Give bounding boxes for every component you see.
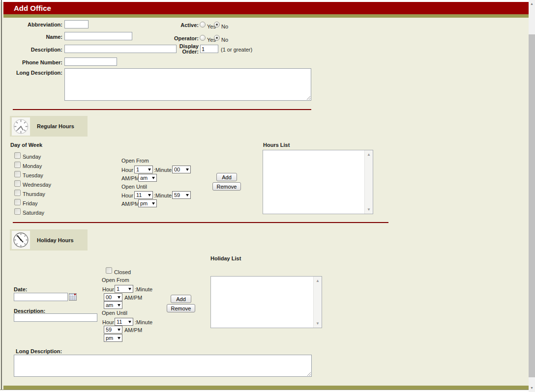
section-separator [13,222,388,223]
regular-from-ampm-select[interactable]: am [138,174,157,182]
scroll-up-icon[interactable]: ▲ [529,0,535,7]
hours-list[interactable]: ▲▼ [263,150,373,214]
regular-remove-button[interactable]: Remove [212,182,241,191]
scrollbar-thumb[interactable] [529,34,535,377]
long-description-label: Long Description: [3,70,62,76]
day-saturday-checkbox[interactable] [14,208,21,215]
regular-hours-section-title: Regular Hours [37,123,74,129]
add-office-page: { "window": { "title": "Add Office" }, "… [0,0,535,392]
day-monday-label: Monday [23,163,42,169]
regular-until-ampm-select[interactable]: pm [138,199,157,207]
abbreviation-input[interactable] [64,20,89,28]
description-label: Description: [3,47,62,53]
name-input[interactable] [64,32,132,40]
phone-number-input[interactable] [64,57,117,66]
active-no-radio[interactable] [214,22,220,28]
display-order-hint: (1 or greater) [221,47,252,53]
day-of-week-label: Day of Week [10,142,42,148]
holiday-until-ampm-select[interactable]: pm [104,334,122,342]
chevron-down-icon [118,337,120,339]
holiday-from-ampm-select[interactable]: am [104,301,122,309]
regular-from-minute-label: :Minute [154,167,172,173]
holiday-list[interactable]: ▲▼ [210,276,322,328]
day-monday-checkbox[interactable] [14,162,21,168]
chevron-down-icon [128,321,131,323]
day-friday-label: Friday [23,200,38,206]
chevron-down-icon [186,194,189,196]
scroll-down-icon[interactable]: ▼ [529,385,535,392]
holiday-remove-button[interactable]: Remove [167,304,195,312]
holiday-from-minute-label: :Minute [135,286,152,292]
chevron-down-icon [186,168,189,171]
holiday-until-minute-label: :Minute [135,319,152,325]
active-no-label: No [221,24,228,29]
date-input[interactable] [14,293,68,301]
left-frame-line [1,0,2,392]
regular-from-hour-label: Hour [121,167,133,173]
hours-list-label: Hours List [263,142,290,148]
holiday-from-hour-label: Hour [102,286,114,292]
holiday-until-hour-label: Hour [102,319,114,325]
day-wednesday-label: Wednesday [23,182,51,188]
holiday-add-button[interactable]: Add [171,295,191,303]
display-order-input[interactable] [200,45,218,53]
holiday-until-hour-select[interactable]: 11 [115,318,133,326]
regular-until-ampm-label: AM/PM [121,201,139,207]
chevron-down-icon [118,296,120,299]
scroll-up-icon[interactable]: ▲ [367,152,371,157]
list-scrollbar[interactable]: ▲▼ [313,277,322,328]
phone-number-label: Phone Number: [3,59,62,65]
holiday-from-minute-select[interactable]: 00 [104,293,122,301]
closed-checkbox[interactable] [106,267,112,274]
holiday-from-hour-select[interactable]: 1 [115,285,133,293]
operator-yes-radio[interactable] [200,35,206,41]
regular-open-from-label: Open From [121,158,149,164]
regular-hours-section-header: Regular Hours [10,116,88,137]
regular-from-hour-select[interactable]: 1 [134,166,153,173]
regular-until-hour-select[interactable]: 11 [134,191,153,199]
chevron-down-icon [118,329,120,331]
chevron-down-icon [148,168,151,171]
day-sunday-label: Sunday [23,154,41,160]
long-description-textarea[interactable] [64,68,311,101]
operator-label: Operator: [149,35,199,41]
bottom-edge [0,390,535,392]
section-separator [13,109,311,110]
holiday-open-from-label: Open From [102,277,129,283]
holiday-long-description-textarea[interactable] [14,355,312,377]
page-header: Add Office [3,2,529,14]
day-wednesday-checkbox[interactable] [14,180,21,187]
day-thursday-label: Thursday [23,191,45,197]
description-input[interactable] [64,45,177,53]
scroll-down-icon[interactable]: ▼ [367,207,371,212]
holiday-open-until-label: Open Until [102,310,127,316]
holiday-description-input[interactable] [14,313,97,322]
day-tuesday-checkbox[interactable] [14,171,21,177]
display-order-label: Display Order: [177,44,199,55]
holiday-until-ampm-label: AM/PM [124,327,142,333]
chevron-down-icon [128,288,131,290]
list-scrollbar[interactable]: ▲▼ [364,150,373,214]
scroll-down-icon[interactable]: ▼ [316,321,320,326]
name-label: Name: [3,34,62,40]
date-label: Date: [14,286,28,292]
page-title: Add Office [14,4,51,12]
chevron-down-icon [148,194,151,196]
active-yes-radio[interactable] [200,22,206,28]
page-scrollbar[interactable]: ▲ ▼ [529,0,535,392]
holiday-until-minute-select[interactable]: 59 [104,326,122,334]
abbreviation-label: Abbreviation: [3,22,62,28]
calendar-icon [69,293,77,301]
operator-no-radio[interactable] [214,35,220,41]
day-sunday-checkbox[interactable] [14,152,21,159]
chevron-down-icon [118,304,120,307]
regular-until-minute-label: :Minute [154,193,172,198]
date-picker-button[interactable] [69,293,77,301]
day-thursday-checkbox[interactable] [14,190,21,196]
chevron-down-icon [152,177,155,179]
regular-until-minute-select[interactable]: 59 [172,191,191,199]
scroll-up-icon[interactable]: ▲ [316,279,320,283]
day-friday-checkbox[interactable] [14,199,21,205]
regular-add-button[interactable]: Add [216,173,237,181]
regular-from-minute-select[interactable]: 00 [172,166,191,173]
